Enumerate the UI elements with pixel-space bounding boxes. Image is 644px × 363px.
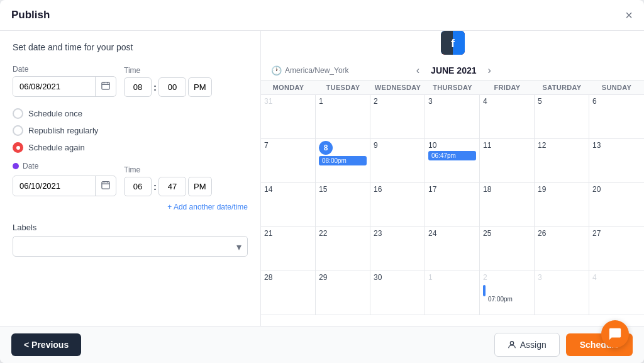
schedule-again-option[interactable]: Schedule again bbox=[13, 142, 248, 153]
event-bar-small bbox=[483, 285, 486, 296]
day-header-tue: TUESDAY bbox=[316, 81, 370, 94]
second-calendar-icon-button[interactable] bbox=[95, 176, 116, 196]
chat-button[interactable] bbox=[601, 320, 629, 348]
calendar-cell[interactable]: 11 bbox=[480, 139, 535, 182]
timezone-display: 🕐 America/New_York bbox=[271, 65, 349, 75]
day-number: 28 bbox=[264, 273, 312, 282]
calendar-cell[interactable]: 18 bbox=[480, 183, 535, 226]
month-year-label: JUNE 2021 bbox=[431, 65, 476, 75]
schedule-once-option[interactable]: Schedule once bbox=[13, 108, 248, 119]
day-number: 16 bbox=[374, 185, 421, 194]
next-month-button[interactable]: › bbox=[484, 64, 495, 77]
day-number: 24 bbox=[428, 229, 476, 238]
calendar-cell[interactable]: 13 bbox=[589, 139, 644, 182]
calendar-week-0: 31123456 bbox=[261, 95, 644, 139]
day-number: 20 bbox=[592, 185, 641, 194]
date-field-group: Date bbox=[13, 65, 116, 97]
schedule-once-label: Schedule once bbox=[28, 109, 82, 118]
day-number: 1 bbox=[428, 273, 476, 282]
second-time-hour-input[interactable] bbox=[124, 177, 152, 196]
calendar-cell[interactable]: 2 bbox=[370, 95, 425, 138]
calendar-cell[interactable]: 1 bbox=[425, 271, 480, 315]
svg-rect-0 bbox=[102, 82, 109, 89]
day-number: 3 bbox=[538, 273, 586, 282]
calendar-cell[interactable]: 808:00pm bbox=[316, 139, 370, 182]
calendar-days-header: MONDAY TUESDAY WEDNESDAY THURSDAY FRIDAY… bbox=[261, 80, 644, 95]
day-header-mon: MONDAY bbox=[261, 81, 316, 94]
calendar-cell[interactable]: 15 bbox=[316, 183, 370, 226]
time-separator: : bbox=[153, 82, 157, 92]
previous-button[interactable]: < Previous bbox=[11, 333, 81, 356]
day-header-sun: SUNDAY bbox=[589, 81, 644, 94]
calendar-cell[interactable]: 26 bbox=[535, 227, 589, 271]
event-bar: 06:47pm bbox=[428, 151, 476, 160]
date-input[interactable] bbox=[13, 77, 95, 96]
calendar-cell[interactable]: 5 bbox=[535, 95, 589, 138]
calendar-cell[interactable]: 1006:47pm bbox=[425, 139, 480, 182]
day-number: 10 bbox=[428, 141, 476, 150]
modal-header: Publish × bbox=[0, 0, 644, 31]
day-header-sat: SATURDAY bbox=[535, 81, 589, 94]
calendar-cell[interactable]: 12 bbox=[535, 139, 589, 182]
day-number: 1 bbox=[319, 97, 367, 106]
calendar-cell[interactable]: 24 bbox=[425, 227, 480, 271]
add-datetime-link[interactable]: + Add another date/time bbox=[13, 203, 248, 211]
labels-select[interactable] bbox=[13, 236, 248, 257]
calendar-cell[interactable]: 21 bbox=[261, 227, 316, 271]
calendar-cell[interactable]: 20 bbox=[589, 183, 644, 226]
ampm-button[interactable]: PM bbox=[188, 77, 212, 97]
calendar-cell[interactable]: 22 bbox=[316, 227, 370, 271]
second-ampm-button[interactable]: PM bbox=[188, 177, 212, 196]
right-panel: f 🕐 America/New_York ‹ JUNE 2021 › bbox=[261, 31, 644, 326]
republish-regularly-option[interactable]: Republish regularly bbox=[13, 125, 248, 136]
event-bar: 08:00pm bbox=[319, 156, 367, 165]
calendar-cell[interactable]: 31 bbox=[261, 95, 316, 138]
schedule-again-radio[interactable] bbox=[13, 142, 23, 153]
calendar-cell[interactable]: 30 bbox=[370, 271, 425, 315]
modal-footer: < Previous Assign Schedule bbox=[0, 326, 644, 363]
second-time-min-input[interactable] bbox=[158, 177, 186, 196]
day-number: 5 bbox=[538, 97, 586, 106]
schedule-again-label: Schedule again bbox=[28, 143, 85, 152]
calendar-cell[interactable]: 19 bbox=[535, 183, 589, 226]
calendar-week-1: 7808:00pm91006:47pm111213 bbox=[261, 139, 644, 183]
radio-options: Schedule once Republish regularly Schedu… bbox=[13, 108, 248, 153]
calendar-grid: MONDAY TUESDAY WEDNESDAY THURSDAY FRIDAY… bbox=[261, 80, 644, 326]
calendar-cell[interactable]: 17 bbox=[425, 183, 480, 226]
calendar-cell[interactable]: 4 bbox=[589, 271, 644, 315]
prev-month-button[interactable]: ‹ bbox=[413, 64, 423, 77]
calendar-cell[interactable]: 16 bbox=[370, 183, 425, 226]
schedule-once-radio[interactable] bbox=[13, 108, 23, 119]
calendar-cell[interactable]: 3 bbox=[425, 95, 480, 138]
calendar-cell[interactable]: 4 bbox=[480, 95, 535, 138]
time-hour-input[interactable] bbox=[124, 77, 152, 97]
day-number: 2 bbox=[483, 273, 531, 282]
time-min-input[interactable] bbox=[158, 77, 186, 97]
calendar-cell[interactable]: 14 bbox=[261, 183, 316, 226]
republish-regularly-radio[interactable] bbox=[13, 125, 23, 136]
date-input-wrap bbox=[13, 76, 116, 97]
calendar-cell[interactable]: 23 bbox=[370, 227, 425, 271]
calendar-icon-button[interactable] bbox=[95, 77, 116, 96]
assign-button[interactable]: Assign bbox=[494, 333, 560, 357]
time-label: Time bbox=[124, 66, 212, 75]
labels-label: Labels bbox=[13, 223, 248, 232]
close-button[interactable]: × bbox=[625, 9, 633, 21]
day-number: 19 bbox=[538, 185, 586, 194]
calendar-cell[interactable]: 6 bbox=[589, 95, 644, 138]
calendar-cell[interactable]: 25 bbox=[480, 227, 535, 271]
calendar-cell[interactable]: 29 bbox=[316, 271, 370, 315]
calendar-cell[interactable]: 7 bbox=[261, 139, 316, 182]
republish-regularly-label: Republish regularly bbox=[28, 126, 98, 135]
calendar-body: 311234567808:00pm91006:47pm1112131415161… bbox=[261, 95, 644, 315]
calendar-cell[interactable]: 28 bbox=[261, 271, 316, 315]
calendar-cell[interactable]: 9 bbox=[370, 139, 425, 182]
day-number: 18 bbox=[483, 185, 531, 194]
svg-text:f: f bbox=[451, 37, 455, 50]
calendar-cell[interactable]: 1 bbox=[316, 95, 370, 138]
calendar-cell[interactable]: 3 bbox=[535, 271, 589, 315]
time-field-group: Time : PM bbox=[124, 66, 212, 97]
calendar-cell[interactable]: 27 bbox=[589, 227, 644, 271]
second-date-input[interactable] bbox=[13, 177, 95, 195]
calendar-cell[interactable]: 207:00pm bbox=[480, 271, 535, 315]
